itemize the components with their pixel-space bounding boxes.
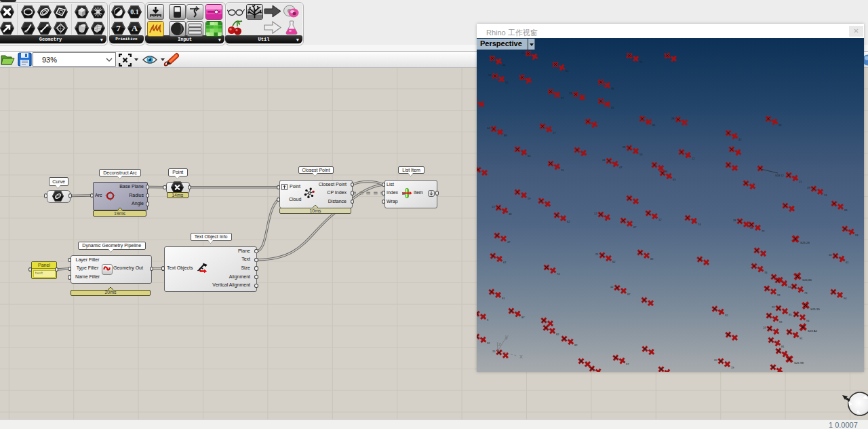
svg-text:93: 93 <box>855 234 859 237</box>
svg-text:87: 87 <box>627 293 631 296</box>
svg-text:48: 48 <box>509 212 512 216</box>
svg-text:14: 14 <box>487 126 490 130</box>
svg-text:74: 74 <box>557 272 560 276</box>
svg-text:24: 24 <box>763 326 766 329</box>
svg-text:47: 47 <box>507 240 511 244</box>
svg-text:29: 29 <box>778 124 782 127</box>
svg-text:87: 87 <box>521 316 525 319</box>
svg-text:53: 53 <box>639 153 643 156</box>
svg-text:74: 74 <box>698 223 701 226</box>
svg-text:42: 42 <box>738 138 742 141</box>
svg-text:19: 19 <box>731 366 734 369</box>
svg-text:67: 67 <box>633 225 637 229</box>
svg-text:9: 9 <box>487 318 489 322</box>
svg-text:81: 81 <box>652 124 656 127</box>
svg-text:S25.28: S25.28 <box>800 241 810 244</box>
svg-text:82: 82 <box>574 343 578 347</box>
svg-text:S23 A2: S23 A2 <box>808 329 818 333</box>
svg-text:z: z <box>498 340 502 348</box>
svg-text:x: x <box>519 352 523 360</box>
svg-text:92: 92 <box>779 320 783 324</box>
svg-text:81: 81 <box>781 345 785 348</box>
svg-text:28: 28 <box>671 117 675 120</box>
svg-text:12: 12 <box>610 285 614 288</box>
svg-text:21: 21 <box>799 180 802 183</box>
svg-text:94: 94 <box>806 319 810 322</box>
svg-text:67: 67 <box>503 261 507 264</box>
svg-text:82: 82 <box>650 257 654 261</box>
svg-text:S24,86: S24,86 <box>802 278 812 282</box>
svg-text:S25.95: S25.95 <box>810 307 820 311</box>
svg-text:53: 53 <box>788 285 791 288</box>
svg-text:82: 82 <box>556 333 559 336</box>
svg-text:92: 92 <box>725 314 728 317</box>
svg-text:23: 23 <box>569 92 572 95</box>
svg-text:22: 22 <box>772 305 775 309</box>
svg-text:62: 62 <box>612 260 616 263</box>
svg-text:21: 21 <box>595 253 599 256</box>
svg-text:y: y <box>505 333 509 340</box>
svg-text:12: 12 <box>521 51 525 54</box>
svg-text:27: 27 <box>561 96 564 100</box>
svg-text:88: 88 <box>504 134 507 137</box>
svg-text:S18 12: S18 12 <box>775 174 784 177</box>
svg-text:17: 17 <box>553 131 556 134</box>
svg-text:97: 97 <box>626 362 629 366</box>
svg-text:61: 61 <box>566 69 569 73</box>
svg-text:47: 47 <box>619 166 623 169</box>
svg-text:70: 70 <box>561 168 564 172</box>
svg-text:52: 52 <box>505 81 509 84</box>
svg-text:16: 16 <box>829 253 832 257</box>
svg-text:28: 28 <box>623 145 626 149</box>
svg-text:65: 65 <box>528 154 531 157</box>
svg-text:98: 98 <box>777 293 781 297</box>
svg-text:16: 16 <box>602 158 606 162</box>
svg-text:61: 61 <box>846 261 849 264</box>
svg-text:91: 91 <box>502 297 505 300</box>
svg-text:S25 98: S25 98 <box>794 361 804 365</box>
svg-text:12: 12 <box>658 218 662 221</box>
svg-text:45: 45 <box>611 106 614 109</box>
svg-text:16: 16 <box>488 73 492 77</box>
svg-text:15: 15 <box>492 350 496 353</box>
svg-text:28: 28 <box>733 219 736 222</box>
svg-text:20: 20 <box>714 358 717 362</box>
svg-text:72: 72 <box>762 229 765 233</box>
svg-text:76: 76 <box>764 271 768 274</box>
svg-text:59: 59 <box>528 197 531 200</box>
svg-text:12: 12 <box>594 212 597 215</box>
svg-text:94: 94 <box>844 297 847 300</box>
svg-text:91: 91 <box>800 337 803 340</box>
svg-text:74: 74 <box>824 193 827 197</box>
svg-text:44: 44 <box>502 63 506 67</box>
svg-text:13: 13 <box>492 205 495 208</box>
svg-text:63: 63 <box>673 178 676 181</box>
svg-text:83: 83 <box>844 208 848 212</box>
svg-text:73: 73 <box>804 291 808 295</box>
svg-text:62: 62 <box>567 220 570 223</box>
svg-text:38: 38 <box>611 87 614 90</box>
svg-text:92: 92 <box>487 341 490 345</box>
svg-text:75: 75 <box>639 60 643 64</box>
svg-text:12: 12 <box>692 157 695 160</box>
svg-text:85: 85 <box>789 313 792 316</box>
svg-text:19: 19 <box>807 186 810 189</box>
